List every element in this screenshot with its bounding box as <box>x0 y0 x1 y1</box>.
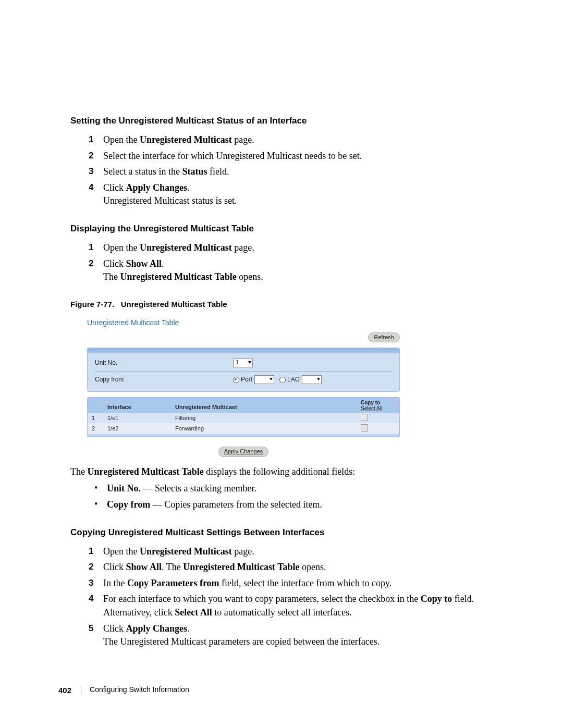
after-figure-paragraph: The Unregistered Multicast Table display… <box>70 465 513 479</box>
heading-copy-settings: Copying Unregistered Multicast Settings … <box>70 526 513 539</box>
selection-panel: Unit No. 1 Copy from Port LAG <box>87 348 400 392</box>
step: 3 Select a status in the Status field. <box>89 165 513 179</box>
table-header: Interface Unregistered Multicast Copy to… <box>88 398 399 413</box>
step-text: Click Apply Changes. Unregistered Multic… <box>101 181 513 208</box>
lag-label: LAG <box>287 375 300 384</box>
step-number: 3 <box>89 577 101 589</box>
step: 1 Open the Unregistered Multicast page. <box>89 545 513 559</box>
unit-no-select[interactable]: 1 <box>233 359 253 367</box>
unit-no-label: Unit No. <box>95 359 233 367</box>
table-panel: Interface Unregistered Multicast Copy to… <box>87 397 400 437</box>
step-text: For each interface to which you want to … <box>101 593 513 619</box>
port-radio[interactable] <box>233 377 239 383</box>
chapter-title: Configuring Switch Information <box>90 685 189 695</box>
step-text: Click Apply Changes. The Unregistered Mu… <box>101 622 513 649</box>
page-number: 402 <box>58 685 71 696</box>
panel-divider <box>95 371 392 372</box>
row-interface: 1/e2 <box>107 425 175 433</box>
copy-to-checkbox[interactable] <box>361 414 368 421</box>
step-number: 5 <box>89 622 101 635</box>
lag-select[interactable] <box>302 375 322 384</box>
row-index: 2 <box>92 425 107 433</box>
step: 2 Select the interface for which Unregis… <box>89 150 513 163</box>
port-label: Port <box>241 375 252 384</box>
col-copy-to: Copy to <box>361 400 395 405</box>
step-number: 4 <box>89 181 101 194</box>
copy-to-checkbox[interactable] <box>361 424 368 431</box>
copy-from-label: Copy from <box>95 375 233 384</box>
step-number: 2 <box>89 561 101 573</box>
table-row: 1 1/e1 Filtering <box>88 413 399 423</box>
step-number: 2 <box>89 150 101 162</box>
copy-from-row: Copy from Port LAG <box>95 373 392 386</box>
row-value: Forwarding <box>175 425 361 433</box>
steps-copy-settings: 1 Open the Unregistered Multicast page. … <box>89 545 513 649</box>
step-number: 1 <box>89 133 101 146</box>
step-text: Click Show All. The Unregistered Multica… <box>101 561 513 574</box>
steps-set-status: 1 Open the Unregistered Multicast page. … <box>89 133 513 208</box>
step: 5 Click Apply Changes. The Unregistered … <box>89 622 513 649</box>
step-text: Open the Unregistered Multicast page. <box>101 241 513 255</box>
step-number: 2 <box>89 257 101 270</box>
step-text: Click Show All. The Unregistered Multica… <box>101 257 513 284</box>
apply-changes-button[interactable]: Apply Changes <box>218 447 269 457</box>
steps-display-table: 1 Open the Unregistered Multicast page. … <box>89 241 513 284</box>
select-all-link[interactable]: Select All <box>361 405 395 411</box>
refresh-button[interactable]: Refresh <box>368 332 400 343</box>
table-row: 2 1/e2 Forwarding <box>88 423 399 434</box>
step-text: In the Copy Parameters from field, selec… <box>101 577 513 590</box>
screenshot-title: Unregistered Multicast Table <box>87 318 400 328</box>
step-text: Select a status in the Status field. <box>101 165 513 179</box>
step-text: Select the interface for which Unregiste… <box>101 150 513 163</box>
row-value: Filtering <box>175 414 361 423</box>
page-footer: 402 Configuring Switch Information <box>58 685 189 696</box>
port-select[interactable] <box>254 375 274 384</box>
step-number: 1 <box>89 241 101 254</box>
heading-set-status: Setting the Unregistered Multicast Statu… <box>70 115 513 127</box>
step-number: 3 <box>89 165 101 178</box>
col-interface: Interface <box>107 403 175 412</box>
row-index: 1 <box>92 414 107 423</box>
step-text: Open the Unregistered Multicast page. <box>101 545 513 559</box>
col-unregistered-multicast: Unregistered Multicast <box>175 403 361 412</box>
lag-radio[interactable] <box>279 377 286 383</box>
field-bullets: • Unit No. — Selects a stacking member. … <box>94 482 513 512</box>
step: 4 Click Apply Changes. Unregistered Mult… <box>89 181 513 208</box>
step-text: Open the Unregistered Multicast page. <box>101 133 513 147</box>
screenshot-figure: Unregistered Multicast Table Refresh Uni… <box>87 318 400 457</box>
bullet-icon: • <box>94 498 107 510</box>
step: 2 Click Show All. The Unregistered Multi… <box>89 561 513 574</box>
footer-divider <box>81 686 81 694</box>
figure-caption: Figure 7-77. Unregistered Multicast Tabl… <box>70 299 513 310</box>
step: 4 For each interface to which you want t… <box>89 593 513 619</box>
page-content: Setting the Unregistered Multicast Statu… <box>0 0 563 728</box>
step: 1 Open the Unregistered Multicast page. <box>89 241 513 255</box>
step: 3 In the Copy Parameters from field, sel… <box>89 577 513 590</box>
step-number: 1 <box>89 545 101 558</box>
heading-display-table: Displaying the Unregistered Multicast Ta… <box>70 223 513 235</box>
unit-no-row: Unit No. 1 <box>95 356 392 369</box>
bullet-item: • Copy from — Copies parameters from the… <box>94 498 513 512</box>
row-interface: 1/e1 <box>107 414 175 423</box>
step-number: 4 <box>89 593 101 605</box>
bullet-icon: • <box>94 482 107 494</box>
step: 2 Click Show All. The Unregistered Multi… <box>89 257 513 284</box>
step: 1 Open the Unregistered Multicast page. <box>89 133 513 147</box>
bullet-item: • Unit No. — Selects a stacking member. <box>94 482 513 496</box>
